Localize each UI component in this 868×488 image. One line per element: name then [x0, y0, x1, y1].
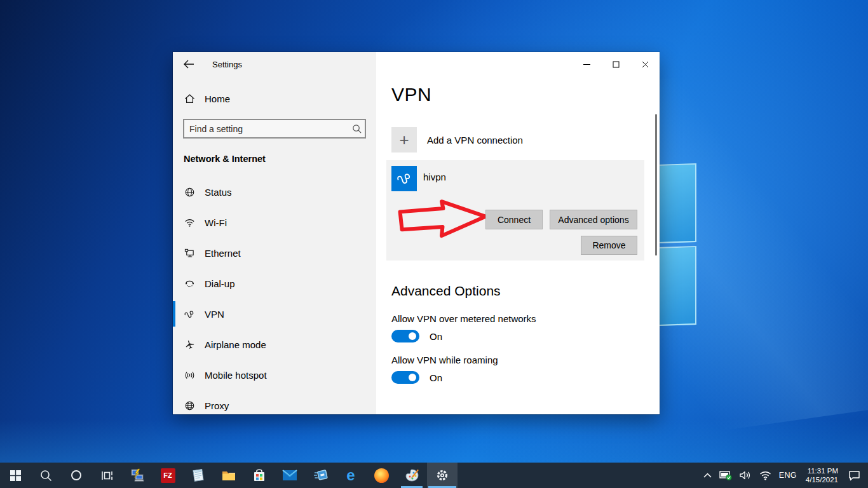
tray-language-indicator[interactable]: ENG	[775, 463, 801, 488]
sidebar-item-ethernet[interactable]: Ethernet	[173, 240, 376, 266]
minimize-button[interactable]	[572, 52, 601, 76]
roaming-label: Allow VPN while roaming	[391, 355, 498, 365]
sidebar-item-status[interactable]: Status	[173, 179, 376, 205]
firefox-button[interactable]	[366, 463, 397, 488]
putty-button[interactable]	[122, 463, 153, 488]
file-explorer-button[interactable]	[214, 463, 244, 488]
vpn-icon	[184, 308, 195, 320]
vpn-connection-name: hivpn	[423, 172, 446, 182]
cortana-button[interactable]	[61, 463, 92, 488]
tray-time: 11:31 PM	[806, 466, 838, 475]
sidebar-item-proxy[interactable]: Proxy	[173, 393, 376, 414]
vpn-connection-icon	[391, 166, 417, 191]
sidebar-item-mobile-hotspot[interactable]: Mobile hotspot	[173, 362, 376, 388]
back-button[interactable]	[182, 57, 196, 71]
toggle-state-label: On	[430, 331, 442, 342]
edge-icon: e	[346, 468, 355, 483]
sidebar-item-airplane-mode[interactable]: Airplane mode	[173, 332, 376, 357]
maximize-button[interactable]	[601, 52, 630, 76]
task-view-icon	[99, 468, 114, 483]
scrollbar[interactable]	[655, 114, 657, 255]
desktop-wallpaper: Settings Home Network & Internet	[0, 0, 868, 488]
filezilla-button[interactable]: FZ	[153, 463, 183, 488]
page-title: VPN	[391, 84, 431, 105]
start-button[interactable]	[0, 463, 31, 488]
titlebar-left: Settings	[173, 52, 376, 76]
toggle-knob	[409, 374, 416, 381]
wifi-icon	[184, 217, 195, 228]
toggle-knob	[409, 332, 416, 340]
system-tray: ENG 11:31 PM 4/15/2021	[700, 463, 868, 488]
plus-icon: +	[391, 127, 417, 152]
globe-status-icon	[184, 186, 195, 198]
sidebar-section-header: Network & Internet	[173, 154, 376, 164]
metered-networks-toggle[interactable]	[391, 330, 419, 342]
settings-search-box[interactable]	[183, 119, 366, 139]
firefox-icon	[374, 468, 389, 483]
sidebar-item-label: Mobile hotspot	[205, 370, 267, 381]
sidebar-item-wifi[interactable]: Wi-Fi	[173, 210, 376, 235]
window-title: Settings	[212, 60, 242, 69]
sidebar-item-label: Wi-Fi	[205, 217, 227, 228]
paint-button[interactable]	[397, 463, 427, 488]
sidebar-item-label: Dial-up	[205, 278, 235, 289]
globe-proxy-icon	[184, 400, 195, 411]
microsoft-store-icon	[252, 468, 267, 483]
sidebar-item-label: VPN	[205, 309, 224, 320]
settings-taskbar-button[interactable]	[427, 463, 458, 488]
notepad-icon	[191, 468, 206, 483]
advanced-options-button[interactable]: Advanced options	[550, 210, 637, 229]
sidebar-item-label: Ethernet	[205, 248, 241, 259]
tray-clock[interactable]: 11:31 PM 4/15/2021	[801, 466, 844, 484]
sidebar-item-label: Airplane mode	[205, 339, 266, 350]
tray-date: 4/15/2021	[806, 475, 838, 484]
movies-tv-button[interactable]	[305, 463, 336, 488]
vpn-connection-card[interactable]: hivpn Connect Advanced options Remove	[386, 160, 644, 261]
settings-sidebar: Settings Home Network & Internet	[173, 52, 376, 414]
metered-networks-toggle-row: On	[391, 330, 442, 342]
notepad-button[interactable]	[183, 463, 214, 488]
tray-volume-icon[interactable]	[736, 463, 756, 488]
taskbar: FZ	[0, 463, 868, 488]
search-input[interactable]	[184, 124, 348, 134]
remove-button[interactable]: Remove	[581, 236, 637, 255]
add-vpn-button[interactable]: + Add a VPN connection	[391, 127, 523, 152]
mail-button[interactable]	[275, 463, 305, 488]
selected-accent-bar	[173, 301, 175, 327]
sidebar-nav: Status Wi-Fi Ethernet	[173, 179, 376, 414]
action-center-icon[interactable]	[844, 463, 864, 488]
file-explorer-icon	[221, 468, 236, 483]
settings-gear-icon	[435, 468, 450, 483]
red-arrow-annotation	[397, 198, 491, 239]
wallpaper-windows-logo-pane	[658, 246, 696, 326]
search-icon[interactable]	[348, 124, 365, 133]
home-icon	[184, 93, 195, 104]
microsoft-store-button[interactable]	[244, 463, 275, 488]
tray-wifi-icon[interactable]	[756, 463, 775, 488]
paint-icon	[404, 468, 419, 483]
connect-button[interactable]: Connect	[485, 210, 543, 229]
edge-button[interactable]: e	[336, 463, 366, 488]
cortana-icon	[69, 468, 84, 483]
advanced-options-heading: Advanced Options	[391, 283, 501, 299]
roaming-toggle[interactable]	[391, 371, 419, 384]
metered-networks-label: Allow VPN over metered networks	[391, 313, 536, 324]
tray-safely-remove-hardware-icon[interactable]	[715, 463, 736, 488]
tray-chevron-up-icon[interactable]	[700, 463, 715, 488]
sidebar-item-label: Proxy	[205, 400, 229, 411]
airplane-icon	[184, 339, 195, 350]
sidebar-item-vpn[interactable]: VPN	[173, 301, 376, 327]
close-button[interactable]	[630, 52, 660, 76]
dialup-phone-icon	[184, 278, 195, 289]
mail-icon	[282, 468, 297, 483]
sidebar-item-home[interactable]: Home	[173, 89, 376, 108]
task-view-button[interactable]	[92, 463, 122, 488]
roaming-toggle-row: On	[391, 371, 442, 384]
sidebar-item-dialup[interactable]: Dial-up	[173, 271, 376, 296]
sidebar-item-label: Home	[205, 93, 230, 104]
search-taskbar-button[interactable]	[31, 463, 61, 488]
mobile-hotspot-icon	[184, 369, 195, 381]
toggle-state-label: On	[430, 372, 442, 383]
filezilla-icon: FZ	[161, 468, 175, 483]
settings-main-pane: VPN + Add a VPN connection hivpn Connect…	[376, 52, 660, 414]
